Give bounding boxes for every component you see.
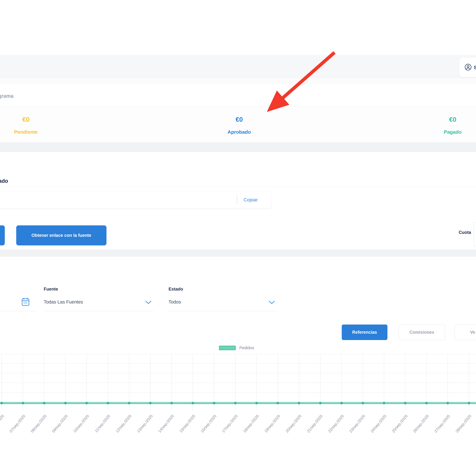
svg-text:15/sep./2025: 15/sep./2025 — [179, 414, 196, 434]
svg-text:19/sep./2025: 19/sep./2025 — [264, 414, 281, 434]
svg-text:22/sep./2025: 22/sep./2025 — [327, 414, 345, 434]
orders-line-chart: 06/sep./202507/sep./202508/sep./202509/s… — [0, 351, 476, 439]
user-badge-label: Sa — [474, 65, 476, 70]
svg-text:23/sep./2025: 23/sep./2025 — [349, 414, 366, 434]
svg-text:25/sep./2025: 25/sep./2025 — [391, 414, 408, 434]
get-source-link-button[interactable]: Obtener enlace con la fuente — [16, 225, 106, 245]
chevron-down-icon[interactable] — [269, 301, 275, 304]
svg-text:08/sep./2025: 08/sep./2025 — [30, 414, 47, 434]
svg-text:09/sep./2025: 09/sep./2025 — [51, 414, 68, 434]
estado-filter-select[interactable]: Todos — [169, 299, 181, 305]
stat-value: €0 — [444, 116, 462, 123]
fuente-filter-select[interactable]: Todas Las Fuentes — [44, 299, 83, 305]
quota-label: Cuota — [443, 230, 471, 235]
tab-comisiones[interactable]: Comisiones — [399, 324, 445, 340]
header-band — [0, 55, 476, 78]
svg-text:11/sep./2025: 11/sep./2025 — [94, 414, 111, 433]
chevron-down-icon[interactable] — [145, 301, 152, 304]
stat-label: Pendiente — [14, 129, 38, 135]
stat-label: Pagado — [444, 129, 462, 135]
svg-text:20/sep./2025: 20/sep./2025 — [285, 414, 302, 434]
copy-button[interactable]: Copiar — [243, 197, 258, 203]
fuente-filter-label: Fuente — [44, 287, 58, 292]
stat-label: Aprobado — [227, 129, 251, 135]
calendar-icon[interactable] — [21, 297, 30, 307]
action-button-clipped[interactable] — [0, 225, 5, 245]
section-separator — [0, 249, 476, 257]
divider — [0, 187, 476, 187]
stat-value: €0 — [14, 116, 38, 123]
tab-ventas-clipped[interactable]: Ve — [455, 324, 476, 340]
stat-aprobado: €0 Aprobado — [227, 116, 251, 135]
date-field-underline — [0, 311, 37, 311]
legend-label: Pedidos — [239, 345, 254, 350]
user-badge[interactable]: Sa — [459, 58, 476, 77]
stat-pagado: €0 Pagado — [444, 116, 462, 135]
legend-swatch-pedidos — [219, 346, 236, 350]
svg-text:21/sep./2025: 21/sep./2025 — [306, 414, 323, 434]
header-band-shadow — [0, 78, 476, 84]
svg-text:10/sep./2025: 10/sep./2025 — [72, 414, 90, 434]
fuente-underline — [44, 311, 154, 311]
svg-text:18/sep./2025: 18/sep./2025 — [242, 414, 260, 434]
svg-text:13/sep./2025: 13/sep./2025 — [136, 414, 153, 434]
link-section-title: ado — [0, 178, 8, 184]
svg-text:28/sep./2025: 28/sep./2025 — [455, 414, 472, 434]
stat-pendiente: €0 Pendiente — [14, 116, 38, 135]
svg-text:07/sep./2025: 07/sep./2025 — [9, 414, 26, 434]
dashboard-page: Sa grama ado €0 Pendiente €0 Aprobado €0… — [0, 0, 476, 476]
svg-text:17/sep./2025: 17/sep./2025 — [221, 414, 238, 434]
svg-text:26/sep./2025: 26/sep./2025 — [412, 414, 430, 434]
svg-text:24/sep./2025: 24/sep./2025 — [370, 414, 387, 434]
field-divider — [237, 195, 237, 204]
program-section-title: grama — [0, 93, 14, 99]
svg-text:14/sep./2025: 14/sep./2025 — [157, 414, 175, 434]
svg-text:12/sep./2025: 12/sep./2025 — [115, 414, 132, 434]
svg-text:16/sep./2025: 16/sep./2025 — [200, 414, 217, 434]
referral-link-field[interactable]: Copiar — [0, 191, 271, 208]
svg-text:27/sep./2025: 27/sep./2025 — [434, 414, 451, 434]
svg-text:06/sep./2025: 06/sep./2025 — [0, 414, 5, 434]
user-circle-icon — [464, 64, 472, 71]
chart-legend: Pedidos — [219, 345, 254, 350]
estado-filter-label: Estado — [169, 287, 183, 292]
estado-underline — [169, 311, 278, 311]
section-separator — [0, 142, 476, 152]
stat-value: €0 — [227, 116, 251, 123]
quota-input-clipped[interactable] — [474, 222, 476, 246]
tab-referencias[interactable]: Referencias — [342, 324, 388, 340]
